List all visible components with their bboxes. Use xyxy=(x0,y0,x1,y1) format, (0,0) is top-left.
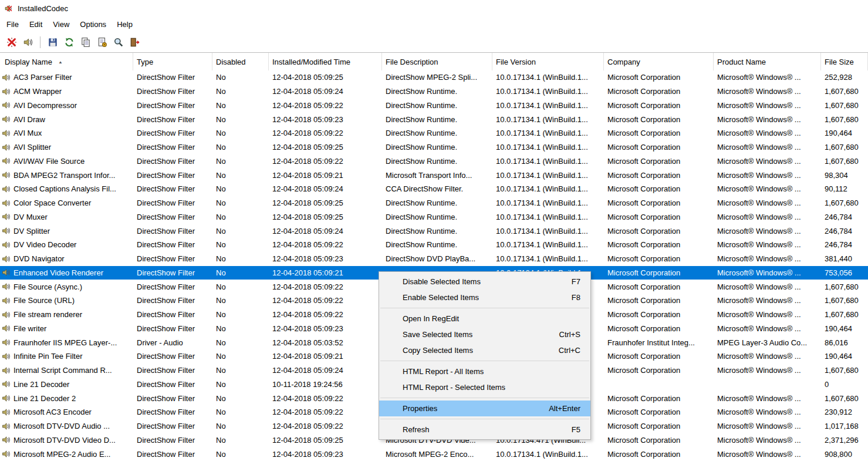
table-row[interactable]: Microsoft MPEG-2 Audio E...DirectShow Fi… xyxy=(0,447,868,461)
context-menu-item-html-report-selected-items[interactable]: HTML Report - Selected Items xyxy=(379,379,590,395)
context-menu-item-html-report-all-items[interactable]: HTML Report - All Items xyxy=(379,364,590,379)
column-header-company[interactable]: Company xyxy=(604,53,714,70)
table-row[interactable]: BDA MPEG2 Transport Infor...DirectShow F… xyxy=(0,168,868,182)
cell-file_size: 1,607,680 xyxy=(821,280,868,294)
copy-icon[interactable] xyxy=(78,35,93,50)
properties-icon[interactable] xyxy=(94,35,109,50)
cell-time: 12-04-2018 05:09:23 xyxy=(269,112,382,126)
menubar-item-help[interactable]: Help xyxy=(112,18,138,31)
cell-file_size: 246,784 xyxy=(821,210,868,224)
cell-display_name: DVD Navigator xyxy=(0,252,133,266)
display-name-text: Internal Script Command R... xyxy=(13,366,112,375)
cell-file_version: 10.0.17134.1 (WinBuild.1... xyxy=(492,70,604,85)
column-header-file-description[interactable]: File Description xyxy=(382,53,492,70)
cell-company: Microsoft Corporation xyxy=(604,280,714,294)
cell-company: Microsoft Corporation xyxy=(604,252,714,266)
cell-disabled: No xyxy=(212,196,269,210)
cell-product_name: Microsoft® Windows® ... xyxy=(714,322,821,336)
table-row[interactable]: AVI DecompressorDirectShow FilterNo12-04… xyxy=(0,99,868,113)
table-row[interactable]: Closed Captions Analysis Fil...DirectSho… xyxy=(0,182,868,196)
cell-product_name: Microsoft® Windows® ... xyxy=(714,433,821,447)
table-row[interactable]: DVD NavigatorDirectShow FilterNo12-04-20… xyxy=(0,252,868,266)
cell-product_name xyxy=(714,378,821,392)
cell-type: DirectShow Filter xyxy=(133,364,212,378)
window-title: InstalledCodec xyxy=(18,4,68,13)
cell-file_version: 10.0.17134.1 (WinBuild.1... xyxy=(492,112,604,126)
exit-icon[interactable] xyxy=(127,35,142,50)
cell-file_version: 10.0.17134.1 (WinBuild.1... xyxy=(492,140,604,154)
cell-company: Microsoft Corporation xyxy=(604,447,714,461)
codec-speaker-icon xyxy=(2,435,11,445)
column-header-disabled[interactable]: Disabled xyxy=(212,53,269,70)
menubar-item-file[interactable]: File xyxy=(1,18,24,31)
cell-product_name: MPEG Layer-3 Audio Co... xyxy=(714,335,821,349)
cell-type: DirectShow Filter xyxy=(133,419,212,433)
find-icon[interactable] xyxy=(111,35,126,50)
cell-disabled: No xyxy=(212,140,269,154)
cell-display_name: Microsoft MPEG-2 Audio E... xyxy=(0,447,133,461)
cell-disabled: No xyxy=(212,112,269,126)
table-row[interactable]: DV Video DecoderDirectShow FilterNo12-04… xyxy=(0,238,868,252)
context-menu-item-open-in-regedit[interactable]: Open In RegEdit xyxy=(379,311,590,327)
cell-display_name: AVI Decompressor xyxy=(0,99,133,113)
context-menu-item-save-selected-items[interactable]: Save Selected ItemsCtrl+S xyxy=(379,327,590,342)
disable-selected-icon[interactable] xyxy=(4,35,19,50)
enable-selected-icon[interactable] xyxy=(21,35,35,50)
table-row[interactable]: AVI SplitterDirectShow FilterNo12-04-201… xyxy=(0,140,868,154)
cell-display_name: Enhanced Video Renderer xyxy=(0,266,133,280)
table-row[interactable]: AVI/WAV File SourceDirectShow FilterNo12… xyxy=(0,154,868,169)
column-header-type[interactable]: Type xyxy=(133,53,212,70)
cell-product_name: Microsoft® Windows® ... xyxy=(714,405,821,419)
cell-file_version: 10.0.17134.1 (WinBuild.1... xyxy=(492,168,604,182)
cell-time: 12-04-2018 05:09:25 xyxy=(269,196,382,210)
cell-time: 12-04-2018 05:09:25 xyxy=(269,70,382,85)
cell-display_name: Line 21 Decoder 2 xyxy=(0,391,133,405)
context-menu-item-copy-selected-items[interactable]: Copy Selected ItemsCtrl+C xyxy=(379,342,590,358)
column-header-file-version[interactable]: File Version xyxy=(492,53,604,70)
cell-file_size: 381,440 xyxy=(821,252,868,266)
cell-file_version: 10.0.17134.1 (WinBuild.1... xyxy=(492,182,604,196)
codec-speaker-icon xyxy=(2,212,11,221)
table-row[interactable]: DV MuxerDirectShow FilterNo12-04-2018 05… xyxy=(0,210,868,224)
cell-disabled: No xyxy=(212,378,269,392)
toolbar xyxy=(0,32,868,53)
cell-file_size: 98,304 xyxy=(821,168,868,182)
column-header-file-size[interactable]: File Size xyxy=(821,53,868,70)
table-row[interactable]: Color Space ConverterDirectShow FilterNo… xyxy=(0,196,868,210)
cell-product_name: Microsoft® Windows® ... xyxy=(714,391,821,405)
cell-type: DirectShow Filter xyxy=(133,405,212,419)
context-menu-item-disable-selected-items[interactable]: Disable Selected ItemsF7 xyxy=(379,274,590,290)
table-row[interactable]: ACM WrapperDirectShow FilterNo12-04-2018… xyxy=(0,85,868,99)
cell-file_size: 1,607,680 xyxy=(821,140,868,154)
cell-file_size: 1,607,680 xyxy=(821,308,868,322)
table-row[interactable]: AVI MuxDirectShow FilterNo12-04-2018 05:… xyxy=(0,126,868,140)
cell-file_description: DirectShow Runtime. xyxy=(382,85,492,99)
menubar-item-options[interactable]: Options xyxy=(75,18,112,31)
column-header-product-name[interactable]: Product Name xyxy=(714,53,821,70)
menubar-item-view[interactable]: View xyxy=(48,18,75,31)
save-icon[interactable] xyxy=(45,35,60,50)
table-row[interactable]: AC3 Parser FilterDirectShow FilterNo12-0… xyxy=(0,70,868,85)
cell-file_size: 86,016 xyxy=(821,335,868,349)
cell-product_name: Microsoft® Windows® ... xyxy=(714,224,821,238)
column-header-display-name[interactable]: Display Name▲ xyxy=(0,53,133,70)
cell-company: Microsoft Corporation xyxy=(604,196,714,210)
menubar-item-edit[interactable]: Edit xyxy=(24,18,48,31)
context-menu-item-enable-selected-items[interactable]: Enable Selected ItemsF8 xyxy=(379,290,590,305)
codec-speaker-icon xyxy=(2,100,11,110)
codec-speaker-icon xyxy=(2,254,11,264)
table-row[interactable]: DV SplitterDirectShow FilterNo12-04-2018… xyxy=(0,224,868,238)
cell-type: DirectShow Filter xyxy=(133,126,212,140)
refresh-icon[interactable] xyxy=(62,35,76,50)
cell-file_description: DirectShow MPEG-2 Spli... xyxy=(382,70,492,85)
codec-speaker-icon xyxy=(2,184,11,194)
context-menu-item-refresh[interactable]: RefreshF5 xyxy=(379,422,590,438)
cell-time: 12-04-2018 05:09:22 xyxy=(269,99,382,113)
table-row[interactable]: AVI DrawDirectShow FilterNo12-04-2018 05… xyxy=(0,112,868,126)
cell-product_name: Microsoft® Windows® ... xyxy=(714,349,821,364)
cell-company: Microsoft Corporation xyxy=(604,182,714,196)
column-header-installed-modified-time[interactable]: Installed/Modified Time xyxy=(269,53,382,70)
cell-file_size: 753,056 xyxy=(821,266,868,280)
cell-type: DirectShow Filter xyxy=(133,280,212,294)
context-menu-item-properties[interactable]: PropertiesAlt+Enter xyxy=(379,401,590,416)
